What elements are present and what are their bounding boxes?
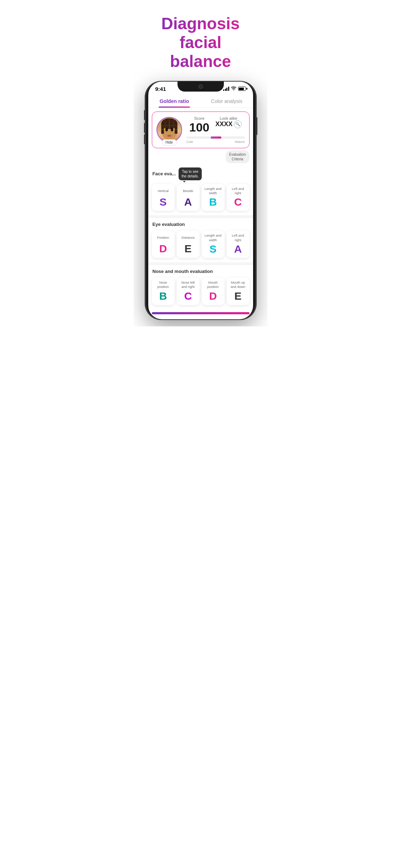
grade-card-vertical[interactable]: Vertical S (152, 184, 175, 211)
tab-color-analysis[interactable]: Color analysis (201, 95, 253, 108)
grade-card-label: Vertical (158, 187, 169, 195)
phone-wrapper: 9:41 (134, 78, 267, 326)
grade-card-label: Mouth upand down (231, 280, 245, 289)
lookalike-label: Look alike (215, 116, 242, 120)
bottom-gradient-bar (152, 312, 250, 314)
progress-label-left: Cute (186, 140, 193, 144)
grade-card-nose-left-right[interactable]: Nose leftand right C (177, 278, 200, 305)
avatar (156, 117, 182, 143)
grade-card-mouth-position[interactable]: Mouthposition D (202, 278, 225, 305)
grade-card-label: Left andright (232, 233, 244, 242)
face-evaluation-title: Face eva... (153, 171, 176, 176)
grade-card-eye-distance[interactable]: Distance E (177, 231, 200, 258)
notch-camera (199, 85, 202, 88)
tooltip-bubble: Tap to seethe details. (179, 167, 201, 180)
lookalike-row: XXXX 🔍 (215, 120, 242, 128)
score-progress: Cute Mature (186, 136, 245, 144)
grade-card-label: Length andwidth (205, 187, 222, 196)
grade-card-nose-position[interactable]: Noseposition B (152, 278, 175, 305)
page-wrapper: Diagnosis facial balance 9:41 (134, 0, 267, 326)
grade-card-beside[interactable]: Beside A (177, 184, 200, 211)
score-card: Hide Score 100 Look alike XXXX (152, 112, 250, 148)
grade-card-length-width[interactable]: Length andwidth B (202, 184, 225, 211)
grade-letter: B (159, 291, 167, 301)
grade-letter: A (184, 197, 192, 207)
signal-bars-icon (223, 87, 229, 91)
grade-letter: C (184, 291, 192, 301)
eye-evaluation-title: Eye evaluation (148, 219, 253, 228)
grade-card-label: Noseposition (157, 280, 169, 289)
grade-card-label: Left andright (232, 187, 244, 196)
section-divider-2 (148, 262, 253, 265)
grade-letter: B (209, 197, 217, 207)
grade-card-left-right[interactable]: Left andright C (227, 184, 250, 211)
tabs-bar: Golden ratio Color analysis (148, 93, 253, 108)
grade-letter: S (209, 244, 216, 254)
eval-criteria-section: EvaluationCriteria (152, 150, 250, 163)
grade-card-eye-left-right[interactable]: Left andright A (227, 231, 250, 258)
grade-letter: E (184, 243, 191, 254)
nose-mouth-evaluation-title: Nose and mouth evaluation (148, 266, 253, 275)
lookalike-name: XXXX (215, 120, 232, 128)
score-row: Score 100 Look alike XXXX 🔍 (186, 116, 245, 134)
phone-frame: 9:41 (145, 82, 256, 319)
status-time: 9:41 (155, 86, 166, 92)
grade-card-eye-length-width[interactable]: Length andwidth S (202, 231, 225, 258)
wifi-icon (231, 86, 236, 92)
grade-card-label: Distance (181, 233, 195, 242)
notch-cutout (178, 82, 224, 92)
lookalike-section: Look alike XXXX 🔍 (215, 116, 242, 134)
grade-letter: C (234, 197, 242, 207)
grade-card-label: Position (157, 233, 169, 242)
phone-screen: 9:41 (148, 82, 253, 319)
grade-letter: D (159, 243, 167, 254)
grade-card-mouth-up-down[interactable]: Mouth upand down E (227, 278, 250, 305)
svg-rect-3 (175, 124, 178, 134)
score-value: 100 (189, 120, 210, 134)
grade-letter: S (159, 197, 166, 207)
grade-letter: E (234, 291, 241, 301)
face-evaluation-grid: Vertical S Beside A Length andwidth B Le… (148, 182, 253, 215)
avatar-face (157, 118, 181, 142)
status-bar: 9:41 (148, 82, 253, 93)
face-evaluation-header: Face eva... Tap to seethe details. (148, 165, 253, 182)
status-icons (223, 86, 246, 92)
score-section: Score 100 (189, 116, 210, 134)
score-label: Score (189, 116, 210, 120)
progress-bar (186, 136, 245, 139)
hide-button[interactable]: Hide (161, 139, 177, 145)
grade-card-eye-position[interactable]: Position D (152, 231, 175, 258)
grade-card-label: Nose leftand right (181, 280, 195, 289)
battery-icon (238, 87, 246, 91)
tab-golden-ratio[interactable]: Golden ratio (148, 95, 201, 108)
section-divider-1 (148, 215, 253, 218)
eye-evaluation-grid: Position D Distance E Length andwidth S … (148, 228, 253, 262)
score-info: Score 100 Look alike XXXX 🔍 (186, 116, 245, 144)
grade-card-label: Beside (183, 187, 193, 195)
svg-rect-2 (161, 124, 164, 134)
eval-criteria-button[interactable]: EvaluationCriteria (226, 150, 250, 163)
hero-title: Diagnosis facial balance (134, 0, 267, 78)
progress-label-right: Mature (235, 140, 245, 144)
grade-card-label: Mouthposition (207, 280, 219, 289)
nose-mouth-evaluation-grid: Noseposition B Nose leftand right C Mout… (148, 275, 253, 309)
progress-fill (211, 136, 221, 139)
search-icon[interactable]: 🔍 (234, 120, 242, 128)
battery-fill (239, 88, 244, 90)
grade-letter: D (209, 291, 217, 301)
progress-labels: Cute Mature (186, 140, 245, 144)
grade-letter: A (234, 244, 242, 254)
grade-card-label: Length andwidth (205, 233, 222, 242)
